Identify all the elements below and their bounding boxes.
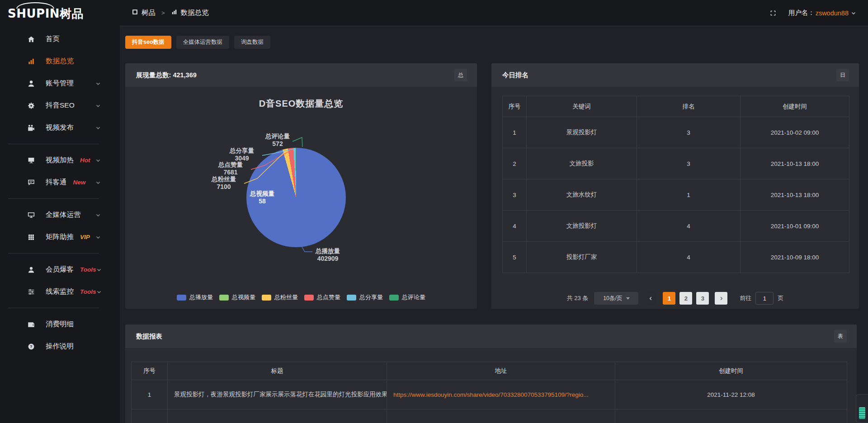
sidebar-item-label: 会员爆客 <box>46 265 74 274</box>
sidebar-item-douyin-seo[interactable]: 抖音SEO <box>0 94 120 117</box>
table-row: 1景观投影灯32021-10-02 09:00 <box>503 117 849 148</box>
pagination: 共 23 条 10条/页 123 前往 页 <box>491 292 859 305</box>
sidebar-item-label: 线索监控 <box>46 287 74 296</box>
chevron-down-icon[interactable] <box>851 10 856 16</box>
table-cell: 4 <box>637 242 741 273</box>
floating-widget[interactable] <box>856 394 868 423</box>
column-header: 标题 <box>168 362 387 380</box>
breadcrumb-item-shupin[interactable]: 树品 <box>132 8 156 18</box>
prev-page-button[interactable] <box>644 292 657 305</box>
sidebar-item-label: 全媒体运营 <box>46 210 81 220</box>
legend-label: 总播放量 <box>189 293 213 301</box>
pie-label-3: 总点赞量7681 <box>203 161 258 176</box>
column-header: 关键词 <box>527 96 637 117</box>
sidebar-item-video-publish[interactable]: 视频发布 <box>0 117 120 139</box>
sidebar-item-label: 视频发布 <box>46 123 74 132</box>
sidebar-item-doukertong[interactable]: 抖客通New <box>0 171 120 193</box>
created-time: 2021-11-22 12:08 <box>615 380 847 409</box>
sidebar-divider <box>8 308 99 308</box>
table-view-badge[interactable]: 表 <box>834 330 847 343</box>
ranking-panel-title: 今日排名 <box>502 71 528 80</box>
sidebar-item-video-heat[interactable]: 视频加热Hot <box>0 149 120 171</box>
legend-item-0[interactable]: 总播放量 <box>177 293 213 301</box>
sidebar-item-tag: New <box>73 179 86 186</box>
goto-page-label: 前往 <box>740 294 751 302</box>
ranking-table: 序号关键词排名创建时间1景观投影灯32021-10-02 09:002文旅投影3… <box>502 96 849 273</box>
table-cell: 2021-10-02 09:00 <box>741 117 849 148</box>
impressions-chart-panel: 展现量总数: 421,369 总 D音SEO数据量总览 总播放量402909总视… <box>125 63 477 309</box>
svg-text:?: ? <box>30 344 32 349</box>
table-cell: 景观投影灯 <box>527 117 637 148</box>
page-size-select[interactable]: 10条/页 <box>594 292 638 305</box>
person-icon <box>27 266 35 274</box>
goto-page-input[interactable] <box>755 292 774 305</box>
column-header: 排名 <box>637 96 741 117</box>
gear-icon <box>27 102 35 110</box>
pie-label-2: 总粉丝量7100 <box>197 176 251 190</box>
table-row: 4文旅投影灯42021-10-01 09:00 <box>503 211 849 242</box>
chart-panel-header: 展现量总数: 421,369 总 <box>125 63 477 87</box>
column-header: 序号 <box>132 362 168 380</box>
chevron-down-icon <box>95 212 101 218</box>
sidebar-item-member-burst[interactable]: 会员爆客Tools <box>0 258 120 281</box>
app-screen: SHUPIN树品 首页数据总览账号管理抖音SEO视频发布视频加热Hot抖客通Ne… <box>0 0 868 423</box>
topbar: 树品 > 数据总览 用户名： zswodun88 <box>120 0 868 26</box>
sidebar-item-data-overview[interactable]: 数据总览 <box>0 50 120 72</box>
tab-1[interactable]: 全媒体运营数据 <box>176 36 230 49</box>
legend-item-5[interactable]: 总评论量 <box>389 293 425 301</box>
chat-icon <box>27 179 35 187</box>
table-row: 5投影灯厂家42021-10-09 18:00 <box>503 242 849 273</box>
table-cell: 5 <box>503 242 527 273</box>
table-cell: 投影灯厂家 <box>527 242 637 273</box>
sidebar-item-account-manage[interactable]: 账号管理 <box>0 72 120 94</box>
legend-item-3[interactable]: 总点赞量 <box>304 293 340 301</box>
tab-2[interactable]: 询盘数据 <box>234 36 270 49</box>
legend-item-2[interactable]: 总粉丝量 <box>262 293 298 301</box>
table-cell: 文旅投影 <box>527 148 637 179</box>
fullscreen-icon[interactable] <box>769 9 777 17</box>
next-page-button[interactable] <box>715 292 727 305</box>
sidebar-item-label: 视频加热 <box>46 155 74 165</box>
video-title: 景观投影灯，夜游景观投影灯厂家展示展示落花灯在花园里的灯光投影应用效果 # <box>168 380 387 409</box>
column-header: 创建时间 <box>615 362 847 380</box>
sidebar-item-media-operation[interactable]: 全媒体运营 <box>0 204 120 226</box>
legend-item-4[interactable]: 总分享量 <box>347 293 383 301</box>
breadcrumb-label: 树品 <box>142 8 156 18</box>
table-row: 1 景观投影灯，夜游景观投影灯厂家展示展示落花灯在花园里的灯光投影应用效果 # … <box>132 380 847 409</box>
pie-label-5: 总评论量572 <box>250 133 305 147</box>
table-cell: 2021-10-13 18:00 <box>741 179 849 211</box>
sidebar-item-consumption-detail[interactable]: 消费明细 <box>0 313 120 335</box>
sidebar-item-clue-monitor[interactable]: 线索监控Tools <box>0 281 120 303</box>
breadcrumb-item-data-overview[interactable]: 数据总览 <box>171 8 209 18</box>
tab-0[interactable]: 抖音seo数据 <box>125 36 171 49</box>
sidebar-divider <box>8 198 99 199</box>
page-button-2[interactable]: 2 <box>679 292 692 305</box>
sidebar-menu: 首页数据总览账号管理抖音SEO视频发布视频加热Hot抖客通New全媒体运营矩阵助… <box>0 28 120 357</box>
legend-swatch <box>219 295 229 301</box>
legend-swatch <box>177 295 186 301</box>
username-value[interactable]: zswodun88 <box>816 9 849 17</box>
video-icon <box>27 124 35 132</box>
sidebar-item-instructions[interactable]: ?操作说明 <box>0 335 120 357</box>
pie-chart-area: D音SEO数据量总览 总播放量402909总视频量58总粉丝量7100总点赞量7… <box>125 87 477 309</box>
chart-icon <box>27 57 35 66</box>
page-button-1[interactable]: 1 <box>663 292 675 305</box>
logo-arc-decoration <box>16 2 54 9</box>
total-view-badge[interactable]: 总 <box>454 69 467 81</box>
sidebar-item-home[interactable]: 首页 <box>0 28 120 50</box>
sidebar-item-matrix-boost[interactable]: 矩阵助推VIP <box>0 226 120 248</box>
daily-view-badge[interactable]: 日 <box>836 69 849 81</box>
page-button-3[interactable]: 3 <box>696 292 709 305</box>
ranking-panel-header: 今日排名 日 <box>491 63 859 87</box>
video-link[interactable]: https://www.iesdouyin.com/share/video/70… <box>393 391 589 398</box>
column-header: 序号 <box>503 96 527 117</box>
breadcrumb-separator: > <box>161 9 165 16</box>
chevron-down-icon <box>95 103 101 108</box>
sidebar-item-label: 首页 <box>46 34 60 44</box>
sidebar: SHUPIN树品 首页数据总览账号管理抖音SEO视频发布视频加热Hot抖客通Ne… <box>0 0 120 423</box>
legend-item-1[interactable]: 总视频量 <box>219 293 255 301</box>
table-cell: 文旅水纹灯 <box>527 179 637 211</box>
data-report-panel: 数据报表 表 序号标题地址创建时间 1 景观投影灯，夜游景观投影灯厂家展示展示落… <box>125 324 857 423</box>
breadcrumb-label: 数据总览 <box>181 8 209 18</box>
column-header: 创建时间 <box>741 96 849 117</box>
